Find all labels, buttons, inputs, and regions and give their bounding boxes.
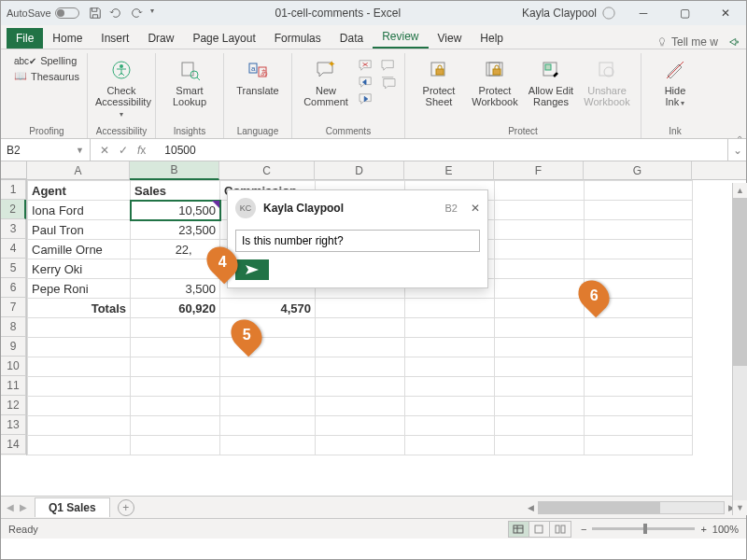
cell[interactable]: [585, 201, 693, 220]
cell[interactable]: [585, 357, 693, 377]
cell[interactable]: [585, 259, 693, 279]
view-page-break-icon[interactable]: [550, 522, 571, 537]
cell[interactable]: [585, 240, 693, 259]
new-comment-button[interactable]: ✦ New Comment: [300, 55, 352, 107]
insert-function-icon[interactable]: fx: [137, 144, 146, 157]
tab-formulas[interactable]: Formulas: [265, 28, 331, 49]
cell[interactable]: [316, 416, 405, 436]
cell[interactable]: [585, 318, 693, 338]
cell[interactable]: [28, 338, 131, 357]
show-comment-icon[interactable]: [380, 59, 397, 72]
row-6[interactable]: 6: [1, 278, 26, 298]
protect-sheet-button[interactable]: Protect Sheet: [413, 55, 465, 107]
tab-data[interactable]: Data: [331, 28, 373, 49]
cell[interactable]: [495, 436, 585, 455]
hscroll-thumb[interactable]: [539, 502, 660, 513]
cell[interactable]: [585, 338, 693, 357]
cell[interactable]: [220, 397, 316, 416]
row-11[interactable]: 11: [1, 376, 26, 396]
row-5[interactable]: 5: [1, 259, 26, 278]
cell[interactable]: [316, 338, 405, 357]
tab-home[interactable]: Home: [43, 28, 92, 49]
view-normal-icon[interactable]: [509, 522, 529, 537]
cell[interactable]: Kerry Oki: [28, 259, 131, 279]
col-E[interactable]: E: [404, 161, 494, 180]
cell[interactable]: [220, 416, 316, 436]
row-1[interactable]: 1: [1, 180, 26, 200]
cell[interactable]: [220, 357, 316, 377]
name-box[interactable]: B2 ▼: [1, 139, 91, 161]
comment-text-input[interactable]: [235, 230, 480, 252]
col-F[interactable]: F: [494, 161, 584, 180]
cell[interactable]: [405, 357, 495, 377]
cell[interactable]: [495, 201, 585, 220]
comment-close-icon[interactable]: ✕: [471, 202, 480, 215]
hscroll-left-icon[interactable]: ◀: [528, 503, 534, 512]
tab-view[interactable]: View: [429, 28, 472, 49]
tell-me-search[interactable]: Tell me w: [656, 35, 718, 49]
cell[interactable]: [28, 318, 131, 338]
minimize-button[interactable]: ─: [623, 1, 664, 25]
redo-icon[interactable]: [130, 7, 143, 20]
save-icon[interactable]: [89, 7, 102, 20]
add-sheet-button[interactable]: +: [118, 499, 134, 516]
cell[interactable]: Agent: [28, 181, 131, 201]
horizontal-scrollbar[interactable]: [538, 501, 725, 514]
tab-help[interactable]: Help: [471, 28, 513, 49]
cell[interactable]: [220, 436, 316, 455]
cell[interactable]: 4,570: [220, 299, 316, 318]
cell[interactable]: [495, 259, 585, 279]
row-9[interactable]: 9: [1, 337, 26, 357]
sheet-nav-next-icon[interactable]: ▶: [20, 502, 27, 512]
col-D[interactable]: D: [315, 161, 404, 180]
protect-workbook-button[interactable]: Protect Workbook: [469, 55, 521, 107]
col-C[interactable]: C: [219, 161, 315, 180]
cell[interactable]: [405, 318, 495, 338]
cell[interactable]: 3,500: [131, 279, 220, 299]
cell-selected[interactable]: 10,500: [131, 201, 220, 220]
sheet-nav[interactable]: ◀▶: [7, 502, 27, 512]
cell[interactable]: [495, 377, 585, 397]
cell[interactable]: [495, 279, 585, 299]
tab-review[interactable]: Review: [373, 26, 428, 49]
cell[interactable]: [495, 357, 585, 377]
sheet-nav-prev-icon[interactable]: ◀: [7, 502, 14, 512]
allow-edit-ranges-button[interactable]: Allow Edit Ranges: [525, 55, 577, 107]
close-button[interactable]: ✕: [705, 1, 746, 25]
cell[interactable]: [28, 357, 131, 377]
tab-page-layout[interactable]: Page Layout: [183, 28, 264, 49]
smart-lookup-button[interactable]: Smart Lookup: [163, 55, 216, 107]
spelling-button[interactable]: abc✔Spelling: [14, 55, 77, 66]
cell[interactable]: [585, 377, 693, 397]
row-2[interactable]: 2: [1, 200, 26, 219]
formula-input[interactable]: 10500: [155, 144, 727, 157]
cell[interactable]: [316, 436, 405, 455]
view-page-layout-icon[interactable]: [529, 522, 550, 537]
autosave-toggle[interactable]: AutoSave: [7, 7, 79, 19]
zoom-slider[interactable]: [592, 527, 695, 530]
cell[interactable]: [585, 397, 693, 416]
cell[interactable]: Iona Ford: [28, 201, 131, 220]
name-box-dropdown-icon[interactable]: ▼: [76, 146, 84, 155]
cell[interactable]: [585, 181, 693, 201]
undo-icon[interactable]: [109, 7, 122, 20]
cell[interactable]: [131, 318, 220, 338]
sheet-tab-active[interactable]: Q1 Sales: [35, 497, 110, 517]
cell[interactable]: [316, 299, 405, 318]
row-7[interactable]: 7: [1, 298, 26, 317]
accept-formula-icon[interactable]: ✓: [119, 144, 128, 157]
check-accessibility-button[interactable]: Check Accessibility ▾: [95, 55, 148, 120]
select-all-corner[interactable]: [1, 161, 27, 179]
cell[interactable]: [495, 338, 585, 357]
cell[interactable]: [131, 377, 220, 397]
row-4[interactable]: 4: [1, 239, 26, 259]
row-10[interactable]: 10: [1, 357, 26, 376]
next-comment-icon[interactable]: [358, 92, 374, 105]
cell[interactable]: [316, 377, 405, 397]
cell[interactable]: [131, 338, 220, 357]
cell[interactable]: Totals: [28, 299, 131, 318]
translate-button[interactable]: aあ Translate: [232, 55, 284, 96]
col-A[interactable]: A: [27, 161, 130, 180]
zoom-in-button[interactable]: +: [700, 524, 706, 535]
thesaurus-button[interactable]: 📖Thesaurus: [14, 70, 79, 82]
